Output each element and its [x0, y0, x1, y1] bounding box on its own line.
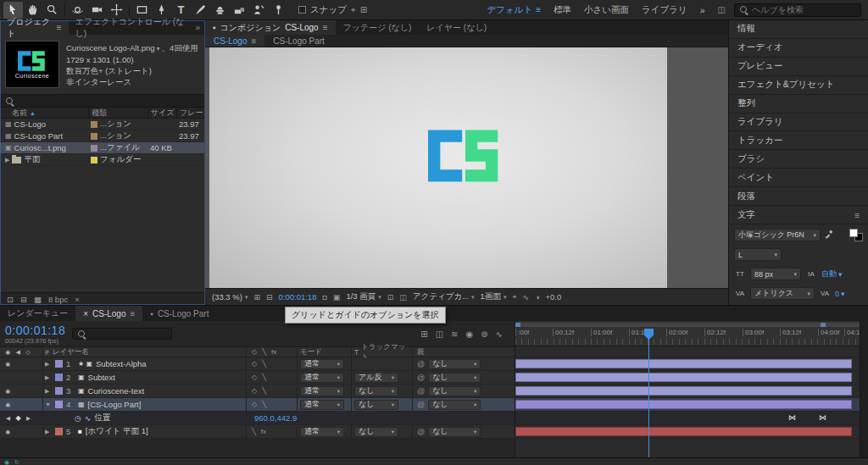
hide-shy-layers-icon[interactable]: ≋ — [451, 329, 458, 339]
snap-options-icon[interactable]: ⊞ — [360, 5, 367, 14]
motion-blur-icon[interactable]: ⊚ — [481, 329, 487, 339]
parent-column-header[interactable]: 親 — [412, 347, 515, 357]
pickwhip-icon[interactable]: @ — [417, 428, 425, 436]
sync-status-icon[interactable]: ◉ — [4, 459, 9, 465]
layer-name[interactable]: Curioscene-text — [88, 386, 145, 396]
column-header-framerate[interactable]: フレー — [176, 108, 204, 119]
snap-to-edges-icon[interactable]: ⌖ — [351, 5, 356, 15]
workspace-switcher-icon[interactable]: ◫ — [718, 5, 726, 14]
subtab-cs-logo[interactable]: CS-Logo≡ — [205, 35, 264, 47]
parent-select[interactable]: なし▾ — [428, 427, 481, 437]
tab-effect-controls[interactable]: エフェクトコントロール (なし) — [69, 20, 192, 35]
tab-timeline-cs-logo[interactable]: × CS-Logo ≡ — [75, 306, 142, 321]
layer-name-header[interactable]: レイヤー名 — [53, 347, 89, 357]
interpret-footage-icon[interactable]: ⊡ — [7, 295, 14, 304]
blend-mode-select[interactable]: 通常▾ — [300, 359, 344, 369]
snap-checkbox[interactable] — [298, 6, 306, 14]
composition-flowchart-icon[interactable]: ⊞ — [420, 329, 427, 339]
expand-icon[interactable]: ▶ — [5, 157, 9, 163]
close-icon[interactable]: × — [83, 309, 88, 318]
layer-bar-row-2[interactable] — [515, 371, 868, 385]
eye-icon[interactable]: ◉ — [3, 401, 13, 408]
panel-preview[interactable]: プレビュー — [729, 58, 868, 76]
keyframe-row-position[interactable]: ⋈ ⋈ — [515, 412, 868, 425]
pixel-aspect-icon[interactable]: ⌖ — [512, 292, 516, 302]
layer-row-5[interactable]: ◉ ▶5■[ホワイト 平面 1] ╲fx 通常▾ なし▾ @なし▾ — [0, 425, 515, 439]
label-chip[interactable] — [55, 360, 63, 368]
delete-icon[interactable]: × — [75, 295, 80, 304]
label-chip[interactable] — [91, 133, 97, 140]
view-layout-select[interactable]: 1画面▾ — [481, 291, 507, 302]
tab-project[interactable]: プロジェクト≡ — [0, 20, 69, 35]
layer-name[interactable]: Subtext — [88, 373, 115, 382]
layer-row-4-selected[interactable]: ◉ ▼4▦[CS-Logo Part] ◇╲ 通常▾ なし▾ @なし▾ — [0, 398, 515, 412]
timeline-search-input[interactable] — [90, 329, 167, 339]
region-of-interest-icon[interactable]: ⊡ — [387, 293, 394, 302]
parent-select[interactable]: なし▾ — [428, 373, 481, 383]
current-time-block[interactable]: 0:00:01:18 00042 (23.976 fps) — [5, 324, 65, 345]
panel-brushes[interactable]: ブラシ — [729, 150, 868, 169]
font-size-select[interactable]: 88 px▾ — [750, 268, 801, 280]
kerning-select[interactable]: メトリクス▾ — [750, 287, 815, 300]
transparency-grid-icon[interactable]: ◫ — [399, 293, 407, 302]
zoom-select[interactable]: (33.3 %)▾ — [212, 292, 248, 302]
pickwhip-icon[interactable]: @ — [417, 401, 425, 409]
track-matte-select[interactable]: なし▾ — [354, 386, 398, 396]
eye-icon[interactable]: ◉ — [3, 388, 13, 395]
label-chip[interactable] — [91, 145, 97, 152]
layer-duration-bar[interactable] — [515, 386, 852, 396]
timeline-timecode[interactable]: 0:00:01:18 — [5, 324, 65, 337]
roto-brush-tool[interactable] — [249, 2, 269, 19]
blend-mode-select[interactable]: 通常▾ — [300, 373, 344, 383]
project-item-row[interactable]: ▦CS-Logo Part ...ション 23.97 — [0, 130, 204, 142]
work-area-end-handle[interactable] — [821, 323, 826, 327]
timeline-track-area[interactable]: :00f 00:12f 01:00f 01:12f 02:00f 02:12f … — [515, 321, 868, 457]
layer-row-2[interactable]: ▶2▣Subtext ◇╲ 通常▾ アル反▾ @なし▾ — [0, 371, 515, 385]
playhead[interactable] — [648, 329, 649, 457]
new-composition-icon[interactable]: ▦ — [34, 295, 42, 304]
column-header-type[interactable]: 種類 — [88, 108, 147, 119]
panel-library[interactable]: ライブラリ — [729, 113, 868, 132]
panel-menu-icon[interactable]: ≡ — [854, 210, 860, 220]
tracking-value[interactable]: 0▾ — [835, 290, 845, 298]
work-area-start-handle[interactable] — [515, 323, 520, 327]
pickwhip-icon[interactable]: @ — [417, 387, 425, 396]
work-area-bar[interactable] — [515, 323, 860, 327]
parent-select[interactable]: なし▾ — [428, 359, 481, 369]
add-keyframe-icon[interactable]: ◆ — [14, 414, 23, 422]
panel-audio[interactable]: オーディオ — [729, 39, 868, 58]
camera-select[interactable]: アクティブカ...▾ — [413, 291, 475, 302]
help-search[interactable] — [734, 3, 861, 17]
brush-tool[interactable] — [191, 2, 210, 19]
label-chip[interactable] — [91, 121, 97, 128]
workspace-tab-library[interactable]: ライブラリ — [642, 4, 687, 16]
column-header-size[interactable]: サイズ — [147, 108, 176, 119]
blend-mode-select[interactable]: 通常▾ — [300, 386, 344, 396]
pickwhip-icon[interactable]: @ — [417, 374, 425, 382]
new-folder-icon[interactable]: ⊟ — [20, 295, 27, 304]
property-name[interactable]: 位置 — [94, 412, 110, 423]
panel-info[interactable]: 情報 — [729, 20, 868, 39]
panel-menu-icon[interactable]: ≡ — [251, 36, 256, 46]
expand-icon[interactable]: ▶ — [45, 374, 52, 381]
property-row-position[interactable]: ◀ ◆ ▶ ◷ ∿ 位置 960.0,442.9 — [0, 412, 515, 425]
blend-mode-select[interactable]: 通常▾ — [300, 427, 344, 437]
tab-composition[interactable]: ▪ コンポジション CS-Logo ≡ — [205, 20, 336, 35]
tab-layer[interactable]: レイヤー (なし) — [419, 20, 494, 35]
workspace-overflow-icon[interactable]: » — [700, 5, 705, 15]
keyframe-icon[interactable]: ⋈ — [788, 413, 796, 422]
position-value[interactable]: 960.0,442.9 — [254, 413, 297, 423]
tab-footage[interactable]: フッテージ (なし) — [336, 20, 420, 35]
tab-timeline-cs-logo-part[interactable]: ▪ CS-Logo Part — [142, 306, 216, 321]
panel-menu-icon[interactable]: ≡ — [57, 23, 62, 32]
layer-duration-bar[interactable] — [515, 427, 852, 436]
previous-keyframe-icon[interactable]: ◀ — [3, 415, 13, 422]
next-keyframe-icon[interactable]: ▶ — [24, 415, 33, 422]
project-bit-depth[interactable]: 8 bpc — [48, 295, 68, 304]
graph-editor-icon[interactable]: ∿ — [496, 329, 503, 339]
keyframe-icon[interactable]: ⋈ — [819, 413, 826, 422]
expand-icon[interactable]: ▶ — [45, 361, 52, 368]
leading-value[interactable]: 自動▾ — [821, 268, 843, 280]
expand-icon[interactable]: ▶ — [45, 388, 52, 395]
parent-select[interactable]: なし▾ — [428, 400, 481, 410]
